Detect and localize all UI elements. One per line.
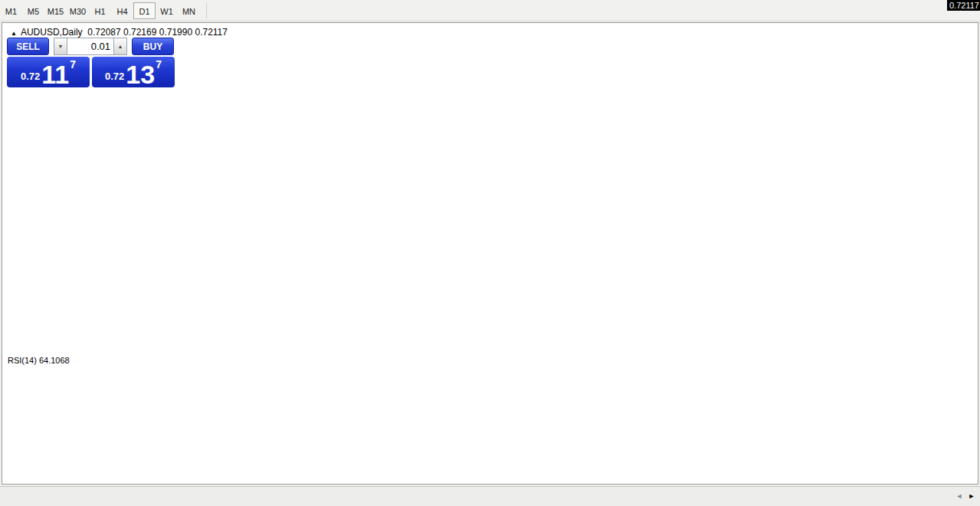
sell-button[interactable]: SELL — [7, 38, 49, 55]
ohlc-open: 0.72087 — [87, 27, 120, 38]
tabs-scroll-left-icon[interactable]: ◄ — [953, 492, 965, 500]
volume-increase-icon[interactable]: ▲ — [114, 38, 127, 55]
buy-price-pip: 7 — [156, 58, 162, 71]
ohlc-high: 0.72169 — [123, 27, 156, 38]
chart-symbol: AUDUSD,Daily — [21, 27, 83, 38]
mt4-terminal: M1M5M15M30H1H4D1W1MN ▲AUDUSD,Daily 0.720… — [0, 0, 980, 506]
volume-decrease-icon[interactable]: ▼ — [54, 38, 67, 55]
sell-price-pip: 7 — [70, 58, 76, 71]
current-price-tag: 0.72117 — [947, 0, 980, 11]
buy-price-main: 13 — [126, 64, 155, 84]
chart-tab-bar: ◄ ► — [0, 486, 980, 506]
chart-title: ▲AUDUSD,Daily 0.72087 0.72169 0.71990 0.… — [11, 27, 228, 38]
sell-price-panel[interactable]: 0.72 11 7 — [7, 57, 90, 87]
one-click-trading-widget: SELL ▼ 0.01 ▲ BUY 0.72 11 7 0.72 13 7 — [7, 38, 175, 87]
sell-price-prefix: 0.72 — [21, 71, 40, 82]
ohlc-low: 0.71990 — [159, 27, 192, 38]
chart-pointer-icon: ▲ — [11, 30, 17, 37]
rsi-indicator-label: RSI(14) 64.1068 — [8, 356, 70, 365]
buy-button[interactable]: BUY — [132, 38, 174, 55]
buy-price-panel[interactable]: 0.72 13 7 — [92, 57, 175, 87]
volume-input[interactable]: 0.01 — [67, 38, 114, 55]
tabs-scroll-right-icon[interactable]: ► — [965, 492, 978, 500]
sell-price-main: 11 — [41, 64, 69, 84]
ohlc-close: 0.72117 — [195, 27, 228, 38]
buy-price-prefix: 0.72 — [105, 71, 124, 82]
